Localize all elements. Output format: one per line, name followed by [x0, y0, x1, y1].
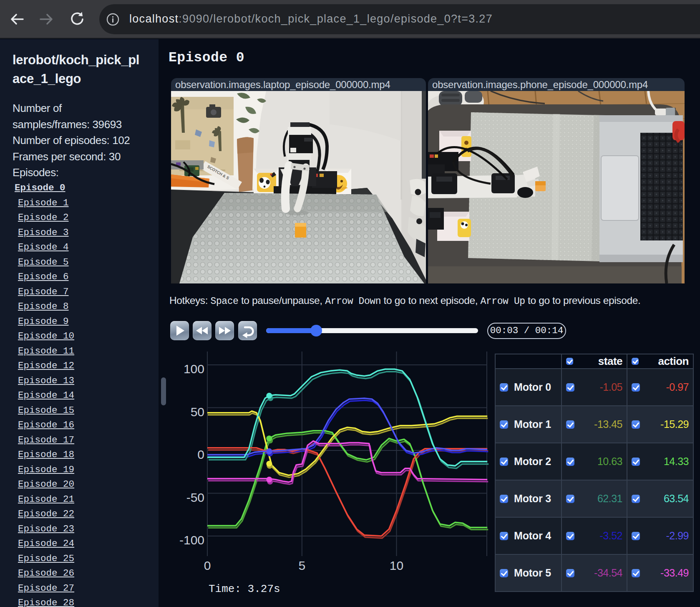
svg-text:0: 0	[204, 559, 211, 572]
svg-text:-50: -50	[186, 491, 204, 504]
svg-text:100: 100	[184, 362, 204, 376]
svg-text:10: 10	[390, 559, 403, 572]
svg-text:5: 5	[298, 559, 305, 572]
svg-text:Time: 3.27s: Time: 3.27s	[209, 583, 280, 595]
svg-text:-100: -100	[179, 533, 204, 547]
svg-text:50: 50	[191, 405, 204, 419]
svg-text:0: 0	[197, 448, 204, 461]
